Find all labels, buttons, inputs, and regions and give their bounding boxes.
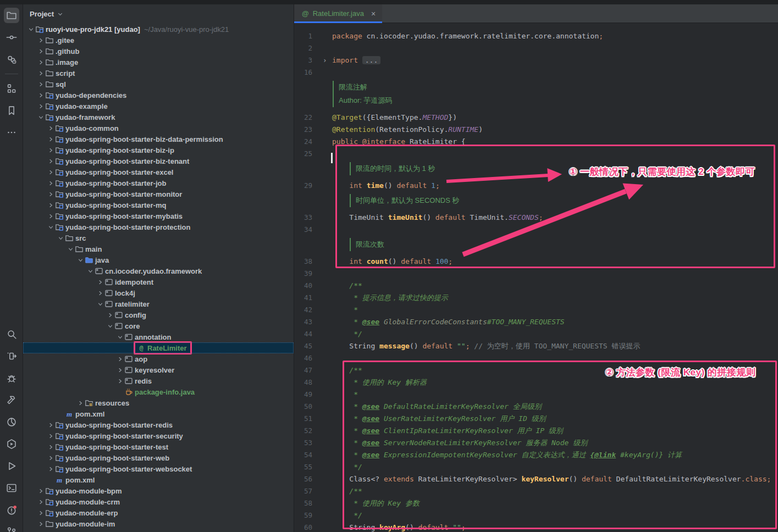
tree-item-pom-xml[interactable]: mpom.xml bbox=[23, 408, 294, 419]
commit-icon[interactable] bbox=[4, 30, 19, 45]
chevron-collapsed-icon[interactable] bbox=[37, 498, 45, 506]
tree-item-yudao-spring-boot-starter-redis[interactable]: yudao-spring-boot-starter-redis bbox=[23, 419, 294, 430]
tree-item-idempotent[interactable]: idempotent bbox=[23, 276, 294, 287]
git-branch-icon[interactable] bbox=[4, 524, 19, 532]
chevron-collapsed-icon[interactable] bbox=[97, 290, 104, 297]
chevron-collapsed-icon[interactable] bbox=[37, 103, 45, 110]
terminal-icon[interactable] bbox=[4, 480, 19, 496]
tree-item-yudao-spring-boot-starter-job[interactable]: yudao-spring-boot-starter-job bbox=[23, 178, 294, 189]
tree-item-keyresolver[interactable]: keyresolver bbox=[23, 364, 294, 375]
chevron-collapsed-icon[interactable] bbox=[47, 433, 54, 440]
chevron-collapsed-icon[interactable] bbox=[47, 147, 54, 154]
tree-item-resources[interactable]: resources bbox=[23, 397, 294, 408]
tree-item-yudao-spring-boot-starter-biz-ip[interactable]: yudao-spring-boot-starter-biz-ip bbox=[23, 145, 294, 156]
chevron-collapsed-icon[interactable] bbox=[37, 48, 45, 55]
tree-item-yudao-spring-boot-starter-web[interactable]: yudao-spring-boot-starter-web bbox=[23, 452, 294, 463]
tree-item-yudao-spring-boot-starter-protection[interactable]: yudao-spring-boot-starter-protection bbox=[23, 221, 294, 232]
bookmarks-icon[interactable] bbox=[4, 103, 19, 118]
problems-icon[interactable] bbox=[4, 502, 19, 518]
more-icon[interactable] bbox=[4, 125, 19, 140]
chevron-collapsed-icon[interactable] bbox=[117, 356, 124, 363]
editor-area[interactable]: @ RateLimiter.java × 1package cn.iocoder… bbox=[294, 4, 778, 532]
tree-item-core[interactable]: core bbox=[23, 320, 294, 331]
tree-item-ruoyi-vue-pro-jdk21-yudao[interactable]: ruoyi-vue-pro-jdk21 [yudao]~/Java/ruoyi-… bbox=[23, 24, 294, 35]
chevron-down-icon[interactable] bbox=[57, 11, 63, 17]
chevron-collapsed-icon[interactable] bbox=[47, 191, 54, 198]
tree-item-redis[interactable]: redis bbox=[23, 375, 294, 386]
chevron-expanded-icon[interactable] bbox=[117, 334, 124, 341]
tree-item-yudao-spring-boot-starter-monitor[interactable]: yudao-spring-boot-starter-monitor bbox=[23, 189, 294, 199]
chevron-collapsed-icon[interactable] bbox=[47, 136, 54, 143]
tree-item-script[interactable]: script bbox=[23, 68, 294, 79]
tab-ratelimiter-java[interactable]: @ RateLimiter.java × bbox=[294, 4, 382, 23]
chevron-collapsed-icon[interactable] bbox=[47, 465, 54, 473]
tree-item-yudao-spring-boot-starter-test[interactable]: yudao-spring-boot-starter-test bbox=[23, 441, 294, 452]
chevron-collapsed-icon[interactable] bbox=[37, 487, 45, 495]
chevron-collapsed-icon[interactable] bbox=[47, 213, 54, 220]
pull-requests-icon[interactable]: ? bbox=[4, 52, 19, 67]
chevron-collapsed-icon[interactable] bbox=[47, 180, 54, 187]
chevron-expanded-icon[interactable] bbox=[107, 323, 114, 330]
chevron-expanded-icon[interactable] bbox=[97, 301, 104, 308]
tree-item-yudao-spring-boot-starter-excel[interactable]: yudao-spring-boot-starter-excel bbox=[23, 167, 294, 178]
chevron-expanded-icon[interactable] bbox=[57, 235, 64, 242]
chevron-expanded-icon[interactable] bbox=[37, 114, 45, 121]
chevron-expanded-icon[interactable] bbox=[67, 246, 74, 253]
tree-item-yudao-spring-boot-starter-websocket[interactable]: yudao-spring-boot-starter-websocket bbox=[23, 463, 294, 474]
navigate-icon[interactable] bbox=[4, 348, 19, 364]
chevron-collapsed-icon[interactable] bbox=[47, 169, 54, 176]
project-folder-icon[interactable] bbox=[4, 8, 19, 23]
build-icon[interactable] bbox=[4, 392, 19, 408]
chevron-collapsed-icon[interactable] bbox=[47, 422, 54, 429]
chevron-collapsed-icon[interactable] bbox=[37, 92, 45, 99]
chevron-collapsed-icon[interactable] bbox=[37, 70, 45, 77]
chevron-expanded-icon[interactable] bbox=[47, 224, 54, 231]
chevron-collapsed-icon[interactable] bbox=[47, 202, 54, 209]
chevron-collapsed-icon[interactable] bbox=[37, 520, 45, 528]
tree-item-yudao-spring-boot-starter-security[interactable]: yudao-spring-boot-starter-security bbox=[23, 430, 294, 441]
chevron-collapsed-icon[interactable] bbox=[97, 279, 104, 286]
tree-item-yudao-example[interactable]: yudao-example bbox=[23, 101, 294, 112]
tree-item-image[interactable]: .image bbox=[23, 57, 294, 68]
chevron-collapsed-icon[interactable] bbox=[117, 367, 124, 374]
tree-item-yudao-module-erp[interactable]: yudao-module-erp bbox=[23, 507, 294, 518]
tree-item-yudao-module-bpm[interactable]: yudao-module-bpm bbox=[23, 485, 294, 496]
chevron-collapsed-icon[interactable] bbox=[47, 444, 54, 451]
tree-item-yudao-module-im[interactable]: yudao-module-im bbox=[23, 518, 294, 529]
chevron-collapsed-icon[interactable] bbox=[37, 509, 45, 517]
structure-icon[interactable] bbox=[4, 81, 19, 96]
chevron-collapsed-icon[interactable] bbox=[77, 400, 84, 407]
chevron-expanded-icon[interactable] bbox=[87, 268, 94, 275]
search-icon[interactable] bbox=[4, 326, 19, 342]
chevron-collapsed-icon[interactable] bbox=[117, 378, 124, 385]
tree-item-sql[interactable]: sql bbox=[23, 79, 294, 90]
tree-item-yudao-common[interactable]: yudao-common bbox=[23, 123, 294, 134]
run-icon[interactable] bbox=[4, 458, 19, 474]
tree-item-lock4j[interactable]: lock4j bbox=[23, 287, 294, 298]
tree-item-config[interactable]: config bbox=[23, 309, 294, 320]
tree-item-yudao-module-crm[interactable]: yudao-module-crm bbox=[23, 496, 294, 507]
chevron-expanded-icon[interactable] bbox=[27, 26, 35, 33]
services-icon[interactable] bbox=[4, 436, 19, 452]
chevron-expanded-icon[interactable] bbox=[77, 257, 84, 264]
chevron-collapsed-icon[interactable] bbox=[37, 59, 45, 66]
chevron-collapsed-icon[interactable] bbox=[47, 158, 54, 165]
tree-item-yudao-spring-boot-starter-mq[interactable]: yudao-spring-boot-starter-mq bbox=[23, 199, 294, 210]
tree-item-package-info-java[interactable]: package-info.java bbox=[23, 386, 294, 397]
tree-item-yudao-dependencies[interactable]: yudao-dependencies bbox=[23, 90, 294, 101]
chevron-collapsed-icon[interactable] bbox=[47, 455, 54, 462]
tree-item-yudao-spring-boot-starter-biz-tenant[interactable]: yudao-spring-boot-starter-biz-tenant bbox=[23, 156, 294, 167]
chevron-collapsed-icon[interactable] bbox=[37, 81, 45, 88]
tree-item-ratelimiter[interactable]: ratelimiter bbox=[23, 298, 294, 309]
code-editor[interactable]: 1package cn.iocoder.yudao.framework.rate… bbox=[294, 27, 778, 532]
tree-item-java[interactable]: java bbox=[23, 254, 294, 265]
fold-arrow-icon[interactable]: › bbox=[323, 54, 327, 66]
tree-item-github[interactable]: .github bbox=[23, 46, 294, 57]
folded-region[interactable]: ... bbox=[362, 56, 380, 64]
tree-item-yudao-spring-boot-starter-biz-data-permission[interactable]: yudao-spring-boot-starter-biz-data-permi… bbox=[23, 134, 294, 145]
tree-item-aop[interactable]: aop bbox=[23, 353, 294, 364]
tree-item-pom-xml[interactable]: mpom.xml bbox=[23, 474, 294, 485]
tree-item-annotation[interactable]: annotation bbox=[23, 331, 294, 342]
tree-item-src[interactable]: src bbox=[23, 232, 294, 243]
chevron-collapsed-icon[interactable] bbox=[47, 125, 54, 132]
